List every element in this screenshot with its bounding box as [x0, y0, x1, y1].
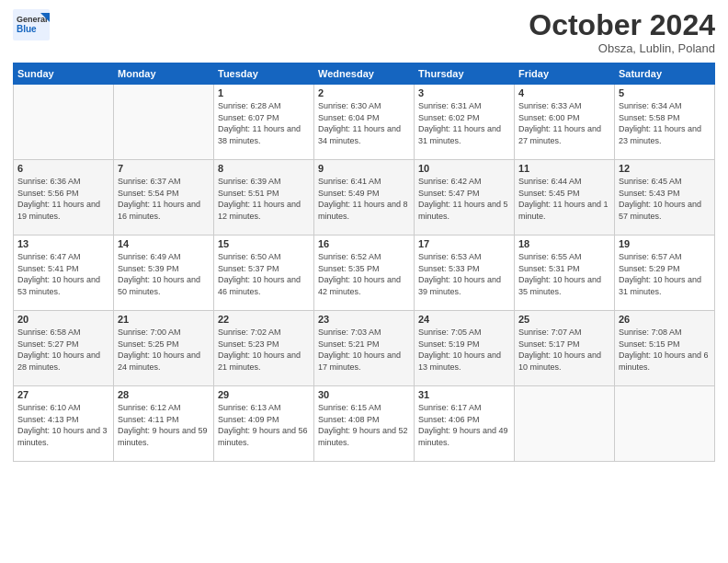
table-row: 17Sunrise: 6:53 AMSunset: 5:33 PMDayligh…: [415, 236, 515, 311]
day-number: 26: [619, 314, 711, 325]
day-number: 22: [218, 314, 310, 325]
day-info: Sunrise: 6:12 AMSunset: 4:11 PMDaylight:…: [118, 402, 210, 448]
table-row: 8Sunrise: 6:39 AMSunset: 5:51 PMDaylight…: [214, 160, 314, 236]
table-row: 9Sunrise: 6:41 AMSunset: 5:49 PMDaylight…: [314, 160, 415, 236]
page-header: General Blue October 2024 Obsza, Lublin,…: [13, 9, 715, 55]
day-info: Sunrise: 7:02 AMSunset: 5:23 PMDaylight:…: [218, 327, 310, 373]
col-tuesday: Tuesday: [214, 63, 314, 85]
table-row: 14Sunrise: 6:49 AMSunset: 5:39 PMDayligh…: [114, 236, 214, 311]
table-row: 13Sunrise: 6:47 AMSunset: 5:41 PMDayligh…: [14, 236, 114, 311]
table-row: 30Sunrise: 6:15 AMSunset: 4:08 PMDayligh…: [314, 386, 415, 462]
table-row: 24Sunrise: 7:05 AMSunset: 5:19 PMDayligh…: [415, 311, 515, 386]
table-row: 28Sunrise: 6:12 AMSunset: 4:11 PMDayligh…: [114, 386, 214, 462]
day-number: 3: [418, 87, 510, 98]
day-info: Sunrise: 6:30 AMSunset: 6:04 PMDaylight:…: [318, 100, 410, 146]
day-number: 25: [518, 314, 610, 325]
day-info: Sunrise: 7:05 AMSunset: 5:19 PMDaylight:…: [418, 327, 510, 373]
day-number: 13: [17, 238, 109, 249]
day-info: Sunrise: 6:42 AMSunset: 5:47 PMDaylight:…: [418, 176, 510, 222]
title-block: October 2024 Obsza, Lublin, Poland: [529, 9, 715, 55]
day-number: 24: [418, 314, 510, 325]
day-number: 31: [418, 389, 510, 400]
day-number: 29: [218, 389, 310, 400]
table-row: 20Sunrise: 6:58 AMSunset: 5:27 PMDayligh…: [14, 311, 114, 386]
day-number: 27: [17, 389, 109, 400]
table-row: 6Sunrise: 6:36 AMSunset: 5:56 PMDaylight…: [14, 160, 114, 236]
day-number: 21: [118, 314, 210, 325]
day-number: 7: [118, 163, 210, 174]
day-info: Sunrise: 6:55 AMSunset: 5:31 PMDaylight:…: [518, 251, 610, 297]
day-info: Sunrise: 6:28 AMSunset: 6:07 PMDaylight:…: [218, 100, 310, 146]
day-info: Sunrise: 6:44 AMSunset: 5:45 PMDaylight:…: [518, 176, 610, 222]
day-number: 18: [518, 238, 610, 249]
day-info: Sunrise: 7:00 AMSunset: 5:25 PMDaylight:…: [118, 327, 210, 373]
table-row: 7Sunrise: 6:37 AMSunset: 5:54 PMDaylight…: [114, 160, 214, 236]
table-row: 31Sunrise: 6:17 AMSunset: 4:06 PMDayligh…: [415, 386, 515, 462]
table-row: 16Sunrise: 6:52 AMSunset: 5:35 PMDayligh…: [314, 236, 415, 311]
day-info: Sunrise: 6:53 AMSunset: 5:33 PMDaylight:…: [418, 251, 510, 297]
day-info: Sunrise: 7:03 AMSunset: 5:21 PMDaylight:…: [318, 327, 410, 373]
col-thursday: Thursday: [415, 63, 515, 85]
day-number: 30: [318, 389, 410, 400]
logo: General Blue: [13, 9, 46, 35]
day-number: 1: [218, 87, 310, 98]
day-info: Sunrise: 6:50 AMSunset: 5:37 PMDaylight:…: [218, 251, 310, 297]
day-info: Sunrise: 6:10 AMSunset: 4:13 PMDaylight:…: [17, 402, 109, 448]
day-number: 20: [17, 314, 109, 325]
col-wednesday: Wednesday: [314, 63, 415, 85]
day-number: 5: [619, 87, 711, 98]
day-info: Sunrise: 6:37 AMSunset: 5:54 PMDaylight:…: [118, 176, 210, 222]
month-title: October 2024: [529, 9, 715, 41]
day-number: 19: [619, 238, 711, 249]
location-subtitle: Obsza, Lublin, Poland: [529, 41, 715, 55]
calendar-week-row: 6Sunrise: 6:36 AMSunset: 5:56 PMDaylight…: [14, 160, 715, 236]
day-number: 11: [518, 163, 610, 174]
table-row: [114, 85, 214, 160]
table-row: 29Sunrise: 6:13 AMSunset: 4:09 PMDayligh…: [214, 386, 314, 462]
table-row: 11Sunrise: 6:44 AMSunset: 5:45 PMDayligh…: [515, 160, 615, 236]
table-row: [14, 85, 114, 160]
table-row: 12Sunrise: 6:45 AMSunset: 5:43 PMDayligh…: [615, 160, 715, 236]
calendar-week-row: 20Sunrise: 6:58 AMSunset: 5:27 PMDayligh…: [14, 311, 715, 386]
day-info: Sunrise: 6:45 AMSunset: 5:43 PMDaylight:…: [619, 176, 711, 222]
table-row: [515, 386, 615, 462]
day-info: Sunrise: 6:34 AMSunset: 5:58 PMDaylight:…: [619, 100, 711, 146]
day-info: Sunrise: 6:52 AMSunset: 5:35 PMDaylight:…: [318, 251, 410, 297]
day-info: Sunrise: 6:47 AMSunset: 5:41 PMDaylight:…: [17, 251, 109, 297]
day-number: 4: [518, 87, 610, 98]
day-info: Sunrise: 6:17 AMSunset: 4:06 PMDaylight:…: [418, 402, 510, 448]
table-row: 4Sunrise: 6:33 AMSunset: 6:00 PMDaylight…: [515, 85, 615, 160]
logo-icon: General Blue: [13, 9, 46, 35]
col-monday: Monday: [114, 63, 214, 85]
day-number: 17: [418, 238, 510, 249]
calendar-week-row: 13Sunrise: 6:47 AMSunset: 5:41 PMDayligh…: [14, 236, 715, 311]
day-number: 15: [218, 238, 310, 249]
calendar-header-row: Sunday Monday Tuesday Wednesday Thursday…: [14, 63, 715, 85]
table-row: 15Sunrise: 6:50 AMSunset: 5:37 PMDayligh…: [214, 236, 314, 311]
day-number: 9: [318, 163, 410, 174]
table-row: 23Sunrise: 7:03 AMSunset: 5:21 PMDayligh…: [314, 311, 415, 386]
table-row: 1Sunrise: 6:28 AMSunset: 6:07 PMDaylight…: [214, 85, 314, 160]
day-info: Sunrise: 6:31 AMSunset: 6:02 PMDaylight:…: [418, 100, 510, 146]
table-row: 21Sunrise: 7:00 AMSunset: 5:25 PMDayligh…: [114, 311, 214, 386]
day-number: 28: [118, 389, 210, 400]
day-info: Sunrise: 7:08 AMSunset: 5:15 PMDaylight:…: [619, 327, 711, 373]
table-row: 2Sunrise: 6:30 AMSunset: 6:04 PMDaylight…: [314, 85, 415, 160]
day-number: 8: [218, 163, 310, 174]
table-row: 25Sunrise: 7:07 AMSunset: 5:17 PMDayligh…: [515, 311, 615, 386]
day-number: 6: [17, 163, 109, 174]
calendar-table: Sunday Monday Tuesday Wednesday Thursday…: [13, 63, 715, 462]
day-number: 23: [318, 314, 410, 325]
col-sunday: Sunday: [14, 63, 114, 85]
table-row: 3Sunrise: 6:31 AMSunset: 6:02 PMDaylight…: [415, 85, 515, 160]
day-info: Sunrise: 6:33 AMSunset: 6:00 PMDaylight:…: [518, 100, 610, 146]
calendar-week-row: 1Sunrise: 6:28 AMSunset: 6:07 PMDaylight…: [14, 85, 715, 160]
table-row: 18Sunrise: 6:55 AMSunset: 5:31 PMDayligh…: [515, 236, 615, 311]
calendar-week-row: 27Sunrise: 6:10 AMSunset: 4:13 PMDayligh…: [14, 386, 715, 462]
table-row: 26Sunrise: 7:08 AMSunset: 5:15 PMDayligh…: [615, 311, 715, 386]
svg-text:Blue: Blue: [17, 24, 37, 34]
table-row: 5Sunrise: 6:34 AMSunset: 5:58 PMDaylight…: [615, 85, 715, 160]
day-info: Sunrise: 6:39 AMSunset: 5:51 PMDaylight:…: [218, 176, 310, 222]
day-info: Sunrise: 6:57 AMSunset: 5:29 PMDaylight:…: [619, 251, 711, 297]
day-info: Sunrise: 6:13 AMSunset: 4:09 PMDaylight:…: [218, 402, 310, 448]
